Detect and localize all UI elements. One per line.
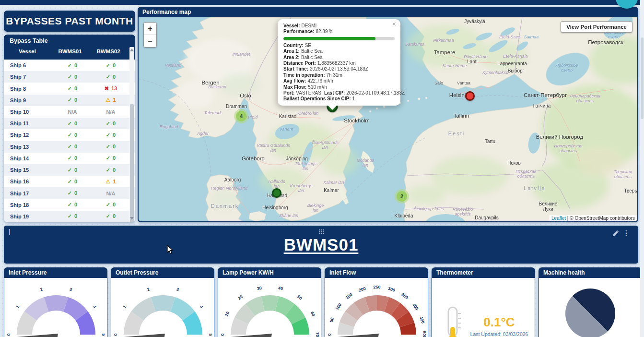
svg-text:3: 3: [69, 287, 73, 292]
popup-close-icon[interactable]: ×: [392, 21, 396, 27]
zoom-in-button[interactable]: +: [144, 23, 156, 35]
bypasses-past-month-header: BYPASSES PAST MONTH: [4, 11, 135, 32]
bypass-status-cell: N/A: [53, 109, 92, 115]
edit-icon[interactable]: [612, 230, 619, 237]
bypass-status-cell: ✓0: [92, 120, 130, 127]
bypass-status-cell: ✓0: [92, 132, 130, 138]
check-icon: ✓: [68, 213, 72, 219]
bypass-status-cell: ✓0: [92, 202, 130, 208]
page-scrollbar-thumb[interactable]: [641, 37, 644, 119]
table-row: Ship 17✓0N/A: [4, 187, 135, 199]
bypass-status-cell: ✓0: [53, 155, 92, 161]
bypass-table-scrollbar[interactable]: [129, 47, 134, 221]
bypass-count: 1: [113, 97, 116, 103]
gauge-chart: 012345: [4, 278, 107, 337]
check-icon: ✓: [106, 202, 110, 207]
svg-text:150: 150: [345, 292, 353, 300]
kebab-menu-icon[interactable]: ⋮: [623, 229, 630, 237]
check-icon: ✓: [68, 202, 72, 207]
table-row: Ship 9✓0⚠1: [4, 95, 135, 106]
popup-field: Vessel:DESMI: [283, 23, 395, 29]
bypass-status-cell: ✖13: [92, 85, 130, 92]
temperature-value: 0.1°C: [464, 315, 535, 330]
bypass-count: 0: [74, 167, 77, 173]
bypass-count: 0: [74, 97, 77, 103]
scroll-up-icon[interactable]: [130, 48, 134, 51]
vessel-name: Ship 12: [4, 132, 53, 138]
performance-map-panel: Performance map: [138, 7, 638, 222]
svg-text:0: 0: [113, 333, 118, 336]
bypass-status-cell: ⚠1: [92, 97, 130, 103]
check-icon: ✓: [68, 85, 72, 91]
svg-text:350: 350: [400, 292, 409, 300]
popup-field: Avg Flow:422.76 m³/h: [283, 78, 395, 84]
svg-text:4: 4: [199, 304, 204, 309]
table-row: Ship 14✓0✓0: [4, 153, 135, 164]
bypass-status-cell: ✓0: [53, 132, 92, 138]
bypass-status-cell: ✓0: [92, 167, 130, 173]
bypass-count: 0: [74, 144, 77, 149]
table-row: Ship 11✓0✓0: [4, 118, 135, 129]
check-icon: ✓: [106, 62, 110, 68]
bypass-count: 0: [74, 213, 77, 219]
warn-icon: ⚠: [106, 179, 111, 184]
warn-icon: ⚠: [106, 97, 111, 103]
popup-field: Area 1:Baltic Sea: [283, 48, 395, 54]
svg-text:400: 400: [411, 302, 420, 311]
bypass-status-cell: N/A: [92, 109, 130, 115]
svg-text:300: 300: [387, 286, 396, 293]
gauge-chart: 012345: [111, 278, 214, 337]
vessel-popup: × Vessel:DESMIPerformance:82.89 %Country…: [278, 19, 400, 106]
svg-text:4: 4: [92, 304, 97, 309]
bypass-count: 0: [113, 120, 116, 126]
check-icon: ✓: [106, 167, 110, 173]
bypass-count: 1: [113, 179, 116, 184]
svg-text:20: 20: [237, 294, 244, 301]
bypass-count: 0: [74, 179, 77, 184]
vessel-name: Ship 17: [4, 191, 53, 196]
text-cursor: |: [9, 228, 10, 235]
vessel-name: Ship 14: [4, 156, 53, 161]
popup-field: Time in operation:7h 31m: [283, 72, 395, 78]
gauge-chart: 050100150200250300350400450500: [325, 278, 428, 337]
svg-text:50: 50: [329, 317, 335, 323]
bypass-count: 0: [74, 74, 77, 80]
bypass-status-cell: ✓0: [92, 213, 130, 219]
check-icon: ✓: [68, 132, 72, 138]
column-header-bwms01: BWMS01: [51, 48, 89, 54]
scrollbar-thumb[interactable]: [130, 104, 134, 222]
vessel-name: Ship 10: [4, 109, 53, 115]
zoom-out-button[interactable]: −: [144, 35, 156, 47]
bypass-status-cell: ✓0: [53, 62, 92, 69]
machine-health-panel: Machine health: [539, 267, 642, 337]
vessel-name: Ship 7: [4, 74, 53, 80]
drag-handle-icon[interactable]: [318, 229, 324, 234]
gauge-chart: 010203040506070: [218, 278, 321, 337]
bypass-count: 0: [113, 62, 116, 68]
bypass-status-cell: ✓0: [92, 74, 130, 80]
table-row: Ship 8✓0✖13: [4, 83, 135, 94]
popup-field: Ballast Operations Since CIP:1: [283, 96, 395, 102]
svg-text:0: 0: [220, 333, 225, 336]
map-canvas[interactable]: BergenOsloDrammenKarlstadStockholmGötebo…: [139, 17, 637, 221]
bwms01-title: BWMS01: [4, 235, 638, 254]
gauge-panel: Lamp Power KW/H 010203040506070: [218, 267, 321, 337]
machine-health-pie: [565, 289, 615, 337]
mouse-cursor: [167, 245, 174, 254]
bypass-count: 0: [74, 202, 77, 207]
bypass-status-cell: ⚠1: [92, 179, 130, 185]
leaflet-link[interactable]: Leaflet: [551, 216, 566, 221]
table-row: Ship 15✓0✓0: [4, 164, 135, 176]
bwms01-banner: | BWMS01 ⋮: [4, 226, 638, 264]
vessel-name: Ship 9: [4, 97, 53, 103]
scroll-down-icon[interactable]: [130, 217, 134, 220]
popup-field: Distance Port:1.8835682337 km: [283, 60, 395, 66]
svg-text:2: 2: [146, 287, 150, 292]
page-scrollbar[interactable]: [640, 0, 644, 337]
view-port-performance-button[interactable]: View Port Performance: [561, 21, 632, 33]
bypass-count: 0: [113, 132, 116, 138]
svg-text:1: 1: [15, 304, 20, 309]
bypass-status-cell: ✓0: [53, 97, 92, 103]
gauge-panel: Inlet Pressure 012345: [4, 267, 107, 337]
thermometer-panel: Thermometer 0.1°C Last Updated: 03/03/20…: [432, 267, 535, 337]
